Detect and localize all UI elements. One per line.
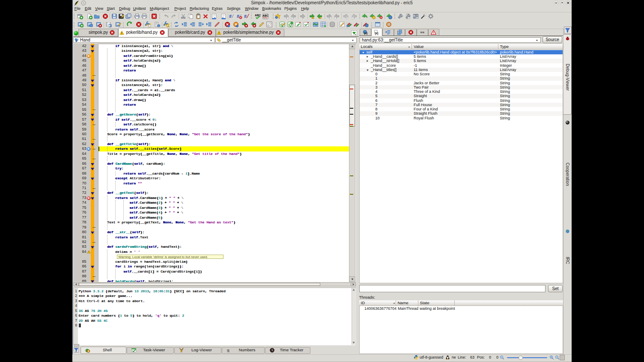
svg-text:ABC: ABC <box>262 14 268 17</box>
svg-text:#: # <box>229 13 231 18</box>
svg-text:(x): (x) <box>375 32 379 35</box>
svg-text:(x): (x) <box>364 32 367 35</box>
svg-text:π: π <box>227 347 230 353</box>
svg-text:ABC: ABC <box>255 14 261 17</box>
svg-text:#: # <box>236 13 239 18</box>
svg-text:#: # <box>244 13 247 18</box>
